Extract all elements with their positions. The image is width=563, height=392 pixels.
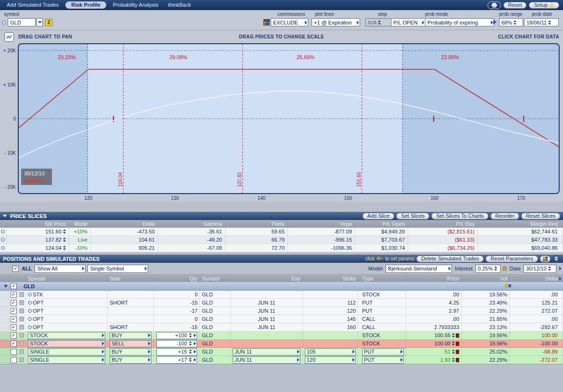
slice-mode[interactable]: +10%	[69, 228, 91, 235]
pl-mode-dropdown[interactable]: P/L OPEN	[391, 18, 425, 26]
model-dropdown[interactable]: Bjerksund-Stensland	[386, 265, 452, 273]
spread-dropdown[interactable]: SINGLE	[28, 356, 105, 364]
all-checkbox[interactable]	[13, 266, 19, 272]
tab-probability-analysis[interactable]: Probability Analysis	[108, 0, 163, 10]
row-drag-handle[interactable]	[0, 323, 10, 331]
spinner-arrows[interactable]	[189, 332, 192, 338]
qty-stepper[interactable]: +100	[156, 332, 197, 339]
plot-lines-dropdown[interactable]: +1 @ Expiration	[312, 18, 360, 26]
delete-simulated-trades-button[interactable]: Delete Simulated Trades	[416, 256, 484, 262]
row-drag-handle[interactable]	[0, 291, 10, 298]
spinner-arrows[interactable]	[513, 20, 516, 25]
side-dropdown[interactable]: SELL	[110, 340, 151, 347]
symbol-warning-badge[interactable]: 2	[45, 19, 52, 26]
collapse-panels-button[interactable]	[552, 255, 560, 263]
reset-button[interactable]: Reset	[503, 2, 527, 9]
show-all-dropdown[interactable]: Show All	[35, 265, 86, 273]
spread-dropdown[interactable]: STOCK	[28, 332, 105, 339]
side-dropdown[interactable]: BUY	[110, 356, 151, 364]
price-lock-icon[interactable]	[456, 350, 459, 354]
row-checkbox[interactable]	[11, 292, 17, 298]
spinner-arrows[interactable]	[378, 20, 381, 25]
type-dropdown[interactable]: PUT	[362, 356, 404, 364]
spinner-arrows[interactable]	[452, 349, 455, 355]
row-checkbox[interactable]	[11, 349, 17, 355]
row-drag-handle[interactable]	[0, 356, 10, 364]
setup-button[interactable]: Setup⚙	[529, 2, 559, 9]
qty-stepper[interactable]: +15	[156, 348, 197, 355]
spinner-arrows[interactable]	[63, 245, 66, 251]
quick-params-button[interactable]	[540, 256, 550, 262]
reorder-button[interactable]: Reorder	[490, 213, 519, 220]
set-slices-button[interactable]: Set Slices	[396, 213, 429, 220]
strike-dropdown[interactable]: 120	[305, 356, 356, 364]
slice-price-value[interactable]: 124.04	[45, 245, 62, 251]
row-drag-handle[interactable]	[0, 299, 10, 306]
qty-stepper[interactable]: -100	[156, 340, 197, 347]
exp-dropdown[interactable]: JUN 11	[233, 356, 300, 364]
row-checkbox[interactable]	[11, 341, 17, 347]
tab-thinkback[interactable]: thinkBack	[163, 0, 196, 10]
risk-graph[interactable]: 124.04137.82151.6023.23%29.09%25.69%22.0…	[0, 43, 563, 202]
prob-date-spinner[interactable]: 18/06/11	[524, 18, 559, 26]
group-checkbox[interactable]	[11, 283, 17, 289]
symbol-input[interactable]: GLD	[8, 18, 36, 26]
tab-add-simulated-trades[interactable]: Add Simulated Trades	[2, 0, 63, 10]
group-chart-icon[interactable]	[505, 283, 512, 289]
row-drag-handle[interactable]	[0, 315, 10, 323]
exp-dropdown[interactable]: JUN 11	[233, 348, 300, 355]
interest-spinner[interactable]: 0.25%	[475, 265, 500, 273]
prob-mode-dropdown[interactable]: Probability of expiring	[425, 18, 494, 26]
side-dropdown[interactable]: BUY	[110, 348, 151, 355]
reset-parameters-button[interactable]: Reset Parameters	[486, 256, 538, 262]
spread-dropdown[interactable]: SINGLE	[28, 348, 105, 355]
symbol-group-row[interactable]: GLD	[0, 282, 563, 291]
spread-dropdown[interactable]: STOCK	[28, 340, 105, 347]
date-spinner[interactable]: 30/12/10	[524, 265, 556, 273]
row-checkbox[interactable]	[11, 316, 17, 322]
price-lock-icon[interactable]	[456, 358, 459, 362]
symbol-mode-dropdown[interactable]: Single Symbol	[88, 265, 148, 273]
row-drag-handle[interactable]	[0, 307, 10, 315]
spinner-arrows[interactable]	[452, 332, 455, 338]
slice-mode[interactable]: -10%	[69, 244, 91, 252]
row-checkbox[interactable]	[11, 308, 17, 314]
filter-expand-arrow[interactable]	[559, 267, 562, 270]
row-checkbox[interactable]	[11, 357, 17, 363]
reset-slices-button[interactable]: Reset Slices	[521, 213, 560, 220]
row-drag-handle[interactable]	[0, 348, 10, 355]
add-slice-button[interactable]: Add Slice	[363, 213, 394, 220]
prob-mode-expand-arrow[interactable]	[493, 20, 497, 24]
slice-mode[interactable]: Live	[69, 236, 91, 244]
set-slices-to-charts-button[interactable]: Set Slices To Charts	[431, 213, 488, 220]
spinner-arrows[interactable]	[63, 229, 66, 234]
type-dropdown[interactable]: PUT	[362, 348, 404, 355]
spinner-arrows[interactable]	[189, 357, 192, 363]
row-checkbox[interactable]	[11, 332, 17, 339]
row-checkbox[interactable]	[11, 300, 17, 306]
row-drag-handle[interactable]	[0, 331, 10, 339]
prob-range-spinner[interactable]: 68%	[499, 18, 523, 26]
collapse-triangle-icon[interactable]	[3, 215, 7, 217]
spinner-arrows[interactable]	[548, 266, 551, 271]
side-dropdown[interactable]: BUY	[110, 332, 151, 339]
spinner-arrows[interactable]	[189, 341, 192, 346]
spinner-arrows[interactable]	[63, 237, 66, 243]
spinner-arrows[interactable]	[189, 349, 192, 355]
group-expander-icon[interactable]	[4, 285, 8, 288]
price-lock-icon[interactable]	[456, 333, 459, 338]
spinner-arrows[interactable]	[548, 20, 551, 25]
step-spinner[interactable]: N/A	[365, 18, 391, 26]
strike-dropdown[interactable]: 105	[305, 348, 356, 355]
slice-price-value[interactable]: 137.82	[45, 237, 62, 243]
table-options-arrow[interactable]	[559, 277, 562, 281]
row-checkbox[interactable]	[11, 324, 17, 331]
qty-stepper[interactable]: +17	[156, 356, 197, 364]
spinner-arrows[interactable]	[452, 357, 455, 363]
print-button[interactable]	[488, 1, 501, 9]
commissions-dropdown[interactable]: EXCLUDE	[271, 18, 308, 26]
tab-risk-profile[interactable]: Risk Profile	[65, 1, 106, 9]
spinner-arrows[interactable]	[494, 266, 497, 271]
slice-price-value[interactable]: 151.60	[45, 229, 62, 234]
commissions-grid-icon[interactable]	[263, 19, 270, 25]
